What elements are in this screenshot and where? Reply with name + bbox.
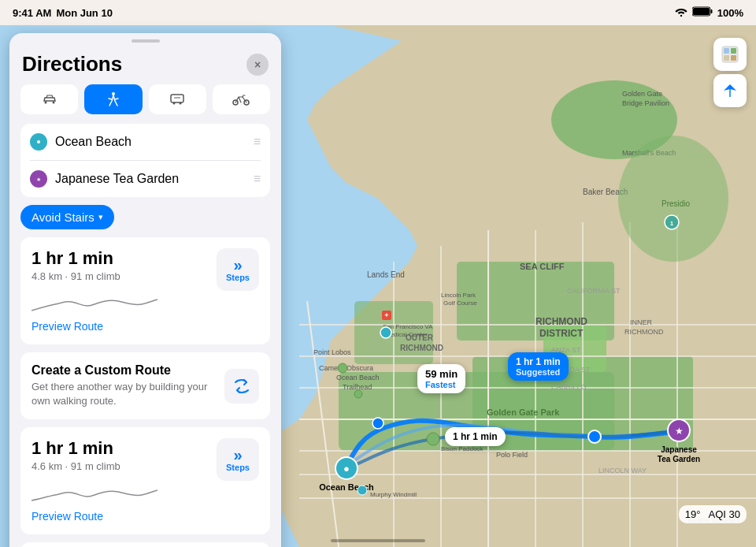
route-1-steps-button[interactable]: » Steps <box>217 248 259 291</box>
svg-point-0 <box>680 14 682 16</box>
waypoint-end-name: Japanese Tea Garden <box>55 172 246 186</box>
svg-point-68 <box>380 327 391 338</box>
svg-text:RICHMOND: RICHMOND <box>400 344 443 352</box>
wifi-icon <box>675 7 687 19</box>
transport-transit-button[interactable] <box>149 84 206 114</box>
battery-icon <box>692 6 713 19</box>
svg-rect-81 <box>731 55 736 61</box>
route-1-elevation <box>32 288 259 314</box>
svg-text:●: ● <box>343 463 350 474</box>
status-bar: 9:41 AM Mon Jun 10 100% <box>0 0 756 25</box>
svg-text:Trailhead: Trailhead <box>343 383 372 391</box>
temp-badge: 19° AQI 30 <box>679 505 747 523</box>
svg-point-56 <box>427 433 439 445</box>
location-button[interactable] <box>713 74 747 107</box>
panel-handle <box>132 39 160 43</box>
route-2-steps-label: Steps <box>226 463 250 472</box>
filter-section: Avoid Stairs ▾ <box>9 197 281 237</box>
temperature: 19° <box>685 508 701 520</box>
svg-point-86 <box>173 102 176 105</box>
custom-route-info: Create a Custom Route Get there another … <box>32 363 215 408</box>
svg-text:Point Lobos: Point Lobos <box>313 348 351 356</box>
svg-text:Presidio: Presidio <box>662 199 691 208</box>
transport-bike-button[interactable] <box>213 84 270 114</box>
route-2-steps-icon: » <box>233 447 242 463</box>
svg-text:RICHMOND: RICHMOND <box>624 328 664 336</box>
map-controls <box>713 38 747 107</box>
transport-modes <box>9 84 281 124</box>
route-1-steps-icon: » <box>233 257 242 273</box>
svg-point-83 <box>52 102 54 104</box>
avoid-stairs-button[interactable]: Avoid Stairs ▾ <box>20 205 114 229</box>
avoid-stairs-label: Avoid Stairs <box>32 210 94 224</box>
route-1-preview[interactable]: Preview Route <box>32 320 103 333</box>
custom-route-card[interactable]: Create a Custom Route Get there another … <box>20 352 270 419</box>
svg-rect-78 <box>724 48 729 54</box>
waypoints: Ocean Beach ≡ ★ Japanese Tea Garden ≡ <box>20 124 270 197</box>
waypoint-end: ★ Japanese Tea Garden ≡ <box>20 161 270 197</box>
route-card-1[interactable]: 1 hr 1 min 4.8 km · 91 m climb Preview R… <box>20 237 270 344</box>
svg-point-87 <box>180 102 182 105</box>
svg-text:RICHMOND: RICHMOND <box>536 316 587 327</box>
waypoint-end-reorder[interactable]: ≡ <box>254 172 261 186</box>
route-2-elevation <box>32 478 259 504</box>
custom-route-icon-button[interactable] <box>224 369 259 404</box>
route-card-3[interactable]: 59 min 4.6 km · 91 m climb » Steps <box>20 542 270 547</box>
badge-suggested: 1 hr 1 min Suggested <box>508 352 569 381</box>
directions-panel: Directions × <box>9 33 281 547</box>
aqi: AQI 30 <box>709 508 740 520</box>
svg-text:Ocean Beach: Ocean Beach <box>336 374 380 381</box>
svg-rect-79 <box>731 48 736 54</box>
svg-text:Tea Garden: Tea Garden <box>658 455 700 463</box>
svg-text:CABRILLO: CABRILLO <box>551 383 587 391</box>
svg-point-82 <box>44 102 46 104</box>
svg-text:1: 1 <box>670 220 674 227</box>
waypoint-start-name: Ocean Beach <box>55 135 246 149</box>
waypoint-start: Ocean Beach ≡ <box>20 124 270 160</box>
svg-point-59 <box>358 486 367 495</box>
svg-text:★: ★ <box>675 426 684 437</box>
svg-text:SEA CLIFF: SEA CLIFF <box>520 262 565 271</box>
status-time: 9:41 AM <box>13 7 51 19</box>
battery-percent: 100% <box>717 7 743 19</box>
svg-text:Murphy Windmill: Murphy Windmill <box>370 491 417 498</box>
svg-text:Polo Field: Polo Field <box>496 451 528 459</box>
svg-text:Bison Paddock: Bison Paddock <box>441 445 484 452</box>
transport-car-button[interactable] <box>20 84 78 114</box>
svg-text:Lincoln Park: Lincoln Park <box>441 292 476 299</box>
svg-text:Golden Gate Park: Golden Gate Park <box>487 407 560 417</box>
waypoint-start-reorder[interactable]: ≡ <box>254 135 261 149</box>
svg-text:+: + <box>384 311 388 319</box>
route-1-steps-label: Steps <box>226 273 250 282</box>
svg-text:Golf Course: Golf Course <box>443 300 477 307</box>
badge-time1hr: 1 hr 1 min <box>445 427 506 446</box>
close-button[interactable]: × <box>246 54 269 76</box>
custom-route-title: Create a Custom Route <box>32 363 215 378</box>
status-bar-left: 9:41 AM Mon Jun 10 <box>13 7 113 19</box>
svg-text:DISTRICT: DISTRICT <box>539 328 584 339</box>
avoid-stairs-chevron: ▾ <box>98 212 103 222</box>
svg-text:INNER: INNER <box>630 318 653 326</box>
route-card-2[interactable]: 1 hr 1 min 4.6 km · 91 m climb Preview R… <box>20 427 270 534</box>
status-bar-right: 100% <box>675 6 743 19</box>
svg-rect-85 <box>171 95 183 102</box>
route-2-steps-button[interactable]: » Steps <box>217 438 259 481</box>
svg-text:Lands End: Lands End <box>367 270 405 279</box>
svg-point-70 <box>354 390 362 398</box>
svg-text:CALIFORNIA ST: CALIFORNIA ST <box>567 287 621 295</box>
svg-rect-80 <box>724 55 729 61</box>
waypoint-end-icon: ★ <box>30 170 47 188</box>
svg-text:Japanese: Japanese <box>661 445 697 454</box>
svg-text:Golden Gate: Golden Gate <box>622 90 662 98</box>
panel-header: Directions × <box>9 46 281 84</box>
map-view-button[interactable] <box>713 38 747 71</box>
svg-point-71 <box>372 418 384 429</box>
svg-point-66 <box>618 136 728 262</box>
svg-rect-3 <box>710 9 712 13</box>
routes-container: 1 hr 1 min 4.8 km · 91 m climb Preview R… <box>9 237 281 547</box>
route-2-preview[interactable]: Preview Route <box>32 510 103 523</box>
waypoint-start-icon <box>30 133 47 151</box>
svg-point-92 <box>37 140 40 143</box>
svg-text:★: ★ <box>36 177 41 182</box>
transport-walk-button[interactable] <box>84 84 142 114</box>
